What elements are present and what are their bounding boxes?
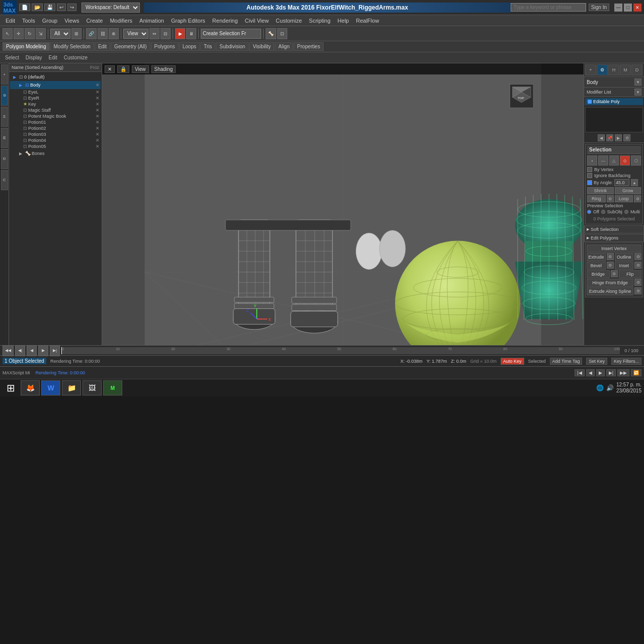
tree-item-magic-book[interactable]: ⊡ Potent Magic Book ✕ xyxy=(10,113,101,119)
loop-settings[interactable]: ⚙ xyxy=(634,195,641,202)
workspace-selector[interactable]: Workspace: Default xyxy=(82,3,140,13)
properties-scroll[interactable]: Selection • — △ ◇ ⬡ By Vertex xyxy=(584,143,644,345)
menu-rendering[interactable]: Rendering xyxy=(209,17,241,25)
create-tab[interactable]: + xyxy=(585,64,596,75)
menu-tools[interactable]: Tools xyxy=(19,17,38,25)
edit-select[interactable]: Select xyxy=(3,54,22,61)
edit-edit[interactable]: Edit xyxy=(46,54,60,61)
menu-customize[interactable]: Customize xyxy=(273,17,305,25)
extrude-btn[interactable]: Extrude xyxy=(587,253,606,261)
radio-subobj[interactable] xyxy=(601,210,605,214)
nav-prev[interactable]: ◀ xyxy=(598,134,605,141)
scene-tree-content[interactable]: ▶ ⊡ 0 (default) ▶ ⊟ Body ✕ ⊡ EyeL ✕ ⊡ xyxy=(9,72,102,345)
render-frame-btn[interactable]: ▶ xyxy=(175,28,185,39)
modifier-list-dropdown[interactable]: ▼ xyxy=(634,89,641,96)
close-btn[interactable]: ✕ xyxy=(633,4,641,12)
link-btn[interactable]: 🔗 xyxy=(86,28,97,39)
select-filter-btn[interactable]: ⊞ xyxy=(71,28,82,39)
select-tool[interactable]: ↖ xyxy=(3,28,13,39)
create-btn[interactable]: + xyxy=(1,64,8,85)
view-dropdown[interactable]: View xyxy=(123,29,148,39)
scale-tool[interactable]: ⇲ xyxy=(36,28,46,39)
subobj-polygon[interactable]: ◇ xyxy=(620,155,630,166)
tree-item-body[interactable]: ▶ ⊟ Body ✕ xyxy=(10,81,101,89)
menu-civil-view[interactable]: Civil View xyxy=(242,17,272,25)
tree-item-eyel[interactable]: ⊡ EyeL ✕ xyxy=(10,89,101,95)
grow-btn[interactable]: Grow xyxy=(615,187,641,194)
tree-item-root[interactable]: ▶ ⊡ 0 (default) xyxy=(10,73,101,81)
menu-edit[interactable]: Edit xyxy=(3,17,18,25)
inset-btn[interactable]: Inset xyxy=(615,262,634,270)
menu-animation[interactable]: Animation xyxy=(136,17,167,25)
radio-off[interactable] xyxy=(587,210,591,214)
tree-item-bones[interactable]: ▶ 🦴 Bones xyxy=(10,149,101,157)
shrink-btn[interactable]: Shrink xyxy=(587,187,614,194)
open-btn[interactable]: 📂 xyxy=(32,4,43,11)
ring-settings[interactable]: ⚙ xyxy=(607,195,614,202)
outline-settings[interactable]: ⚙ xyxy=(634,253,641,260)
timeline-play[interactable]: ◀◀ xyxy=(3,345,14,356)
taskbar-explorer[interactable]: 📁 xyxy=(62,380,81,395)
edit-polygons-rollout[interactable]: Edit Polygons xyxy=(584,234,644,242)
viewport-lock-btn[interactable]: 🔒 xyxy=(117,65,129,73)
signin-btn[interactable]: Sign In xyxy=(589,4,609,11)
menu-scripting[interactable]: Scripting xyxy=(306,17,334,25)
redo-btn[interactable]: ↪ xyxy=(67,4,76,11)
display-btn[interactable]: D xyxy=(1,149,8,169)
bone-btn[interactable]: 🦴 xyxy=(266,28,276,39)
timeline-start[interactable]: ◀| xyxy=(15,345,25,356)
move-tool[interactable]: ✛ xyxy=(14,28,24,39)
taskbar-word[interactable]: W xyxy=(41,380,60,395)
tab-align[interactable]: Align xyxy=(275,42,293,51)
playback-prev-btn[interactable]: ◀ xyxy=(586,369,595,376)
start-button[interactable]: ⊞ xyxy=(3,380,19,396)
playback-end-btn[interactable]: ▶▶ xyxy=(617,369,629,376)
timeline-prev[interactable]: ◀ xyxy=(27,345,37,356)
new-btn[interactable]: 📄 xyxy=(19,4,30,11)
tree-item-potion01[interactable]: ⊡ Potion01 ✕ xyxy=(10,119,101,125)
render-btn[interactable]: 🖥 xyxy=(186,28,196,39)
viewport-view-btn[interactable]: View xyxy=(132,65,149,73)
viewport-shading-btn[interactable]: Shading xyxy=(151,65,176,73)
tree-item-potion05[interactable]: ⊡ Potion05 ✕ xyxy=(10,143,101,149)
auto-key-btn[interactable]: Auto Key xyxy=(501,358,524,365)
bind-btn[interactable]: ⊕ xyxy=(109,28,119,39)
tree-item-eyer[interactable]: ⊡ EyeR ✕ xyxy=(10,95,101,101)
subobj-border[interactable]: △ xyxy=(609,155,619,166)
bevel-settings[interactable]: ⚙ xyxy=(607,262,614,269)
bridge-btn[interactable]: Bridge xyxy=(587,270,610,278)
hierarchy-btn[interactable]: H xyxy=(1,107,8,127)
tree-item-potion02[interactable]: ⊡ Potion02 ✕ xyxy=(10,125,101,131)
tree-item-key[interactable]: ☀ Key ✕ xyxy=(10,101,101,107)
utilities-btn[interactable]: U xyxy=(1,170,8,190)
editable-poly-item[interactable]: Editable Poly xyxy=(585,98,643,105)
tree-item-potion04[interactable]: ⊡ Potion04 ✕ xyxy=(10,137,101,143)
hierarchy-tab[interactable]: H xyxy=(608,64,619,75)
menu-create[interactable]: Create xyxy=(83,17,106,25)
menu-group[interactable]: Group xyxy=(39,17,61,25)
soft-selection-rollout[interactable]: Soft Selection xyxy=(584,225,644,233)
maximize-btn[interactable]: □ xyxy=(624,4,632,12)
timeline-bar[interactable]: 0 10 20 30 40 50 60 70 80 90 100 xyxy=(61,347,620,354)
save-btn[interactable]: 💾 xyxy=(44,4,55,11)
by-vertex-checkbox[interactable] xyxy=(587,167,592,172)
taskbar-3dsmax[interactable]: M xyxy=(103,380,122,395)
playback-start-btn[interactable]: |◀ xyxy=(575,369,584,376)
ignore-backfacing-checkbox[interactable] xyxy=(587,173,592,178)
outline-btn[interactable]: Outline xyxy=(615,253,634,261)
subobj-element[interactable]: ⬡ xyxy=(631,155,641,166)
menu-help[interactable]: Help xyxy=(335,17,352,25)
menu-graph-editors[interactable]: Graph Editors xyxy=(168,17,208,25)
flip-btn[interactable]: Flip xyxy=(619,270,642,278)
extrude-spline-settings[interactable]: ⚙ xyxy=(634,287,641,294)
taskbar-firefox[interactable]: 🦊 xyxy=(21,380,40,395)
search-input[interactable] xyxy=(511,3,586,12)
ring-btn[interactable]: Ring xyxy=(587,195,606,202)
tree-item-magic-staff[interactable]: ⊡ Magic Staff ✕ xyxy=(10,107,101,113)
tab-edit[interactable]: Edit xyxy=(95,42,110,51)
menu-modifiers[interactable]: Modifiers xyxy=(107,17,135,25)
tab-visibility[interactable]: Visibility xyxy=(249,42,274,51)
undo-btn[interactable]: ↩ xyxy=(57,4,66,11)
tab-tris[interactable]: Tris xyxy=(200,42,215,51)
angle-spinner-up[interactable]: ▲ xyxy=(631,179,638,186)
